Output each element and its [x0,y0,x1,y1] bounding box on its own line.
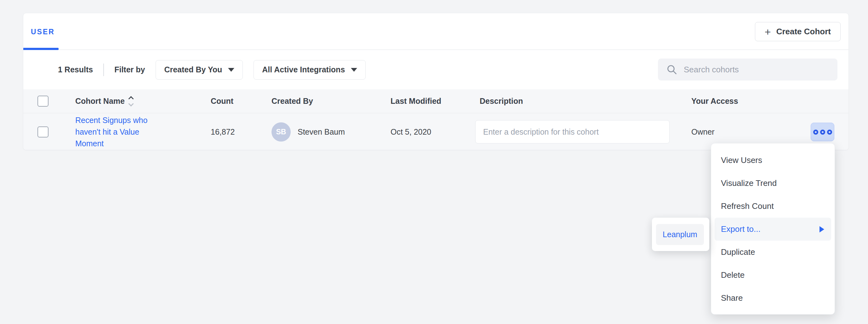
create-cohort-label: Create Cohort [776,27,831,36]
cohort-name-header-label: Cohort Name [75,97,125,106]
select-all-checkbox[interactable] [37,96,49,107]
more-options-icon [820,130,825,135]
column-header-cohort-name[interactable]: Cohort Name [75,89,133,113]
menu-item-export-to[interactable]: Export to... [715,218,831,241]
plus-icon: + [765,27,771,37]
created-by-name: Steven Baum [298,128,345,137]
cohorts-panel: USER + Create Cohort 1 Results Filter by… [23,13,849,150]
created-by-dropdown[interactable]: Created By You [156,60,243,80]
results-count: 1 Results [58,65,93,74]
menu-item-share[interactable]: Share [715,287,831,310]
menu-item-visualize-trend[interactable]: Visualize Trend [715,172,831,195]
menu-item-refresh-count[interactable]: Refresh Count [715,195,831,218]
access-cell: Owner [691,113,715,150]
column-header-description: Description [480,89,523,113]
create-cohort-button[interactable]: + Create Cohort [755,22,841,41]
search-input[interactable] [684,59,837,80]
avatar: SB [272,122,291,142]
filter-by-label: Filter by [114,65,145,74]
description-input[interactable] [475,120,670,143]
created-by-cell: SB Steven Baum [272,113,345,150]
cohort-name-link[interactable]: Recent Signups who haven't hit a Value M… [75,113,157,150]
created-by-dropdown-label: Created By You [164,65,222,74]
tabs-bar: USER + Create Cohort [23,13,848,50]
search-cohorts-box [658,59,837,80]
integrations-dropdown[interactable]: All Active Integrations [253,60,366,80]
more-options-icon [813,130,818,135]
active-tab-indicator [23,48,59,50]
chevron-up-icon [128,96,133,101]
menu-item-view-users[interactable]: View Users [715,149,831,172]
divider [103,64,104,76]
row-context-menu: View Users Visualize Trend Refresh Count… [711,143,835,315]
last-modified-cell: Oct 5, 2020 [391,113,431,150]
chevron-down-icon [351,68,357,72]
more-options-button[interactable] [811,123,834,141]
submenu-item-leanplum[interactable]: Leanplum [656,224,704,245]
chevron-down-icon [228,68,234,72]
table-header: Cohort Name Count Created By Last Modifi… [23,89,848,113]
column-header-last-modified: Last Modified [391,89,441,113]
row-checkbox[interactable] [37,127,49,138]
cohort-count: 16,872 [211,113,235,150]
column-header-your-access: Your Access [691,89,738,113]
menu-item-duplicate[interactable]: Duplicate [715,241,831,263]
chevron-down-icon [128,101,133,106]
export-submenu: Leanplum [652,218,709,251]
tab-user[interactable]: USER [31,28,55,36]
filter-bar: 1 Results Filter by Created By You All A… [23,50,848,89]
submenu-arrow-icon [819,226,824,232]
column-header-count: Count [211,89,234,113]
search-icon [666,64,678,75]
sort-icon [129,97,133,106]
column-header-created-by: Created By [272,89,313,113]
menu-item-export-to-label: Export to... [721,224,761,234]
menu-item-delete[interactable]: Delete [715,263,831,287]
integrations-dropdown-label: All Active Integrations [262,65,345,74]
more-options-icon [827,130,832,135]
